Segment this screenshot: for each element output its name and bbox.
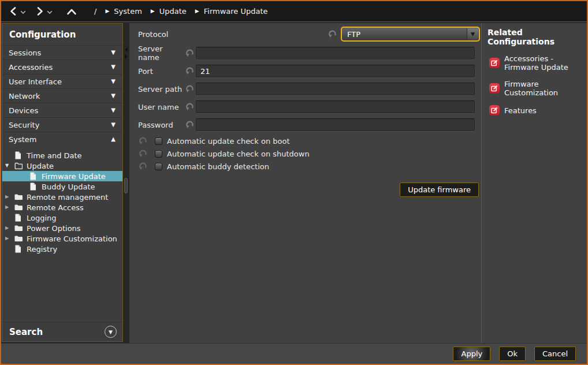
breadcrumb-update[interactable]: ▶ Update xyxy=(151,7,187,16)
sidebar-section-system[interactable]: System ▲ xyxy=(2,132,122,146)
server-path-row: Server path xyxy=(138,83,475,95)
tree-item-buddy-update[interactable]: Buddy Update xyxy=(2,181,122,192)
auto-update-shutdown-checkbox[interactable] xyxy=(155,150,162,158)
reset-to-default-icon[interactable] xyxy=(185,66,194,76)
firmware-update-form: Protocol FTP ▼ Server name Port Server p… xyxy=(129,23,481,343)
tree-expander-closed-icon[interactable]: ▶ xyxy=(5,205,14,210)
related-link-accessories-firmware-update[interactable]: Accessories - Firmware Update xyxy=(489,54,586,72)
dialog-button-bar: Apply Ok Cancel xyxy=(1,343,587,364)
tree-item-update[interactable]: ▼ Update xyxy=(2,161,122,171)
breadcrumb-system[interactable]: ▶ System xyxy=(105,7,142,16)
password-input[interactable] xyxy=(196,118,475,131)
reset-to-default-icon[interactable] xyxy=(185,84,194,94)
update-firmware-row: Update firmware xyxy=(129,182,479,197)
chevron-down-icon: ▼ xyxy=(111,64,116,70)
sidebar-section-user-interface[interactable]: User Interface ▼ xyxy=(2,74,122,88)
tree-item-logging[interactable]: Logging xyxy=(2,213,122,223)
sidebar-section-accessories[interactable]: Accessories ▼ xyxy=(2,59,122,74)
apply-button[interactable]: Apply xyxy=(453,347,490,361)
breadcrumb-arrow-icon: ▶ xyxy=(151,9,155,14)
page-icon xyxy=(14,214,23,222)
server-name-row: Server name xyxy=(138,47,475,59)
server-name-input[interactable] xyxy=(196,47,475,59)
related-link-features[interactable]: Features xyxy=(489,105,586,116)
tree-expander-closed-icon[interactable]: ▶ xyxy=(5,226,14,230)
user-name-row: User name xyxy=(138,100,475,113)
reset-to-default-icon[interactable] xyxy=(138,162,147,171)
tree-item-firmware-customization[interactable]: ▶ Firmware Customization xyxy=(2,233,122,244)
reset-to-default-icon[interactable] xyxy=(185,49,194,58)
back-history-dropdown-icon[interactable] xyxy=(20,10,26,14)
port-label: Port xyxy=(138,67,185,76)
auto-buddy-detection-row: Automatic buddy detection xyxy=(138,160,481,173)
reset-to-default-icon[interactable] xyxy=(185,102,194,111)
splitter-expand-right-icon[interactable] xyxy=(125,54,128,59)
sidebar-section-devices[interactable]: Devices ▼ xyxy=(2,103,122,117)
ok-button[interactable]: Ok xyxy=(499,347,526,361)
tree-item-registry[interactable]: Registry xyxy=(2,244,122,254)
port-row: Port xyxy=(138,65,475,77)
system-tree: Time and Date ▼ Update Firmware Update B… xyxy=(2,146,122,254)
tree-item-firmware-update[interactable]: Firmware Update xyxy=(2,171,122,181)
related-configurations-title: Related Configurations xyxy=(487,28,586,46)
sidebar-scrollbar-thumb[interactable] xyxy=(124,178,128,193)
breadcrumb-firmware-update[interactable]: ▶ Firmware Update xyxy=(195,7,268,16)
tree-expander-closed-icon[interactable]: ▶ xyxy=(5,236,14,241)
port-input[interactable] xyxy=(196,65,475,77)
chevron-down-icon: ▼ xyxy=(111,122,116,128)
navigation-bar: / ▶ System ▶ Update ▶ Firmware Update xyxy=(1,1,587,22)
cancel-button[interactable]: Cancel xyxy=(534,347,576,361)
server-name-label: Server name xyxy=(138,44,185,62)
folder-icon xyxy=(14,234,23,243)
auto-update-boot-row: Automatic update check on boot xyxy=(138,135,481,147)
forward-history-dropdown-icon[interactable] xyxy=(47,10,53,14)
chevron-down-icon: ▼ xyxy=(111,50,116,55)
tree-expander-open-icon[interactable]: ▼ xyxy=(5,163,14,168)
user-name-input[interactable] xyxy=(196,100,475,113)
chevron-up-icon: ▲ xyxy=(111,136,116,142)
reset-to-default-icon[interactable] xyxy=(328,29,337,39)
tree-expander-closed-icon[interactable]: ▶ xyxy=(5,195,14,199)
page-icon xyxy=(29,172,38,180)
splitter-collapse-left-icon[interactable] xyxy=(125,47,128,52)
tree-item-remote-management[interactable]: ▶ Remote management xyxy=(2,192,122,202)
sidebar-section-network[interactable]: Network ▼ xyxy=(2,88,122,103)
breadcrumb-arrow-icon: ▶ xyxy=(105,9,109,14)
auto-update-shutdown-row: Automatic update check on shutdown xyxy=(138,147,481,160)
reset-to-default-icon[interactable] xyxy=(185,120,194,129)
auto-buddy-detection-checkbox[interactable] xyxy=(155,163,162,170)
update-firmware-button[interactable]: Update firmware xyxy=(400,182,479,197)
page-icon xyxy=(29,182,38,191)
protocol-label: Protocol xyxy=(138,30,328,39)
tree-item-power-options[interactable]: ▶ Power Options xyxy=(2,223,122,233)
dropdown-arrow-icon: ▼ xyxy=(467,28,478,40)
related-link-firmware-customization[interactable]: Firmware Customization xyxy=(489,80,586,97)
server-path-label: Server path xyxy=(138,85,185,94)
server-path-input[interactable] xyxy=(196,83,475,95)
reset-to-default-icon[interactable] xyxy=(138,149,147,158)
chevron-down-icon: ▼ xyxy=(111,107,116,113)
protocol-row: Protocol FTP ▼ xyxy=(138,27,480,42)
sidebar-title: Configuration xyxy=(2,24,122,45)
configuration-window: / ▶ System ▶ Update ▶ Firmware Update Co… xyxy=(0,0,588,365)
configuration-sidebar: Configuration Sessions ▼ Accessories ▼ U… xyxy=(2,23,123,342)
forward-button[interactable] xyxy=(35,6,44,16)
sidebar-section-sessions[interactable]: Sessions ▼ xyxy=(2,45,122,59)
sidebar-section-security[interactable]: Security ▼ xyxy=(2,117,122,132)
folder-icon xyxy=(14,203,23,211)
protocol-select[interactable]: FTP ▼ xyxy=(341,27,480,42)
tree-item-time-and-date[interactable]: Time and Date xyxy=(2,150,122,161)
up-level-button[interactable] xyxy=(66,8,77,15)
open-link-icon xyxy=(489,105,500,116)
back-button[interactable] xyxy=(9,6,18,16)
breadcrumb-root[interactable]: / xyxy=(94,7,96,16)
auto-update-boot-checkbox[interactable] xyxy=(155,137,162,145)
password-row: Password xyxy=(138,118,475,131)
search-section-header[interactable]: Search ▼ xyxy=(2,322,122,341)
open-link-icon xyxy=(489,58,500,68)
breadcrumb-arrow-icon: ▶ xyxy=(195,9,199,14)
chevron-down-icon: ▼ xyxy=(111,93,116,99)
page-icon xyxy=(14,245,23,253)
reset-to-default-icon[interactable] xyxy=(138,136,147,146)
tree-item-remote-access[interactable]: ▶ Remote Access xyxy=(2,202,122,213)
